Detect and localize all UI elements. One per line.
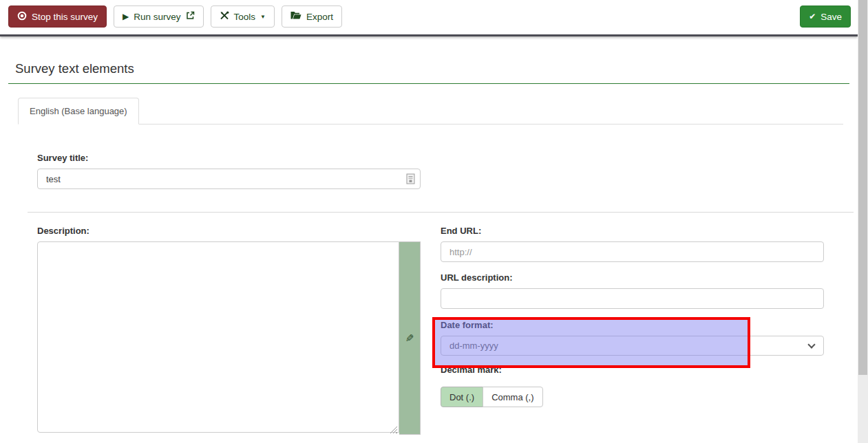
date-format-select[interactable]: dd-mm-yyyy [441, 336, 824, 356]
date-format-label: Date format: [441, 321, 824, 329]
input-autofill-icon [406, 173, 415, 187]
decimal-mark-toggle-group: Dot (.) Comma (,) [441, 387, 543, 407]
run-survey-label: Run survey [134, 12, 180, 22]
decimal-mark-label: Decimal mark: [441, 365, 824, 374]
end-url-input[interactable] [441, 241, 824, 262]
tools-label: Tools [234, 12, 256, 22]
save-button[interactable]: ✔ Save [800, 6, 851, 28]
stop-survey-label: Stop this survey [32, 12, 98, 22]
play-icon: ▶ [123, 12, 129, 21]
export-button[interactable]: Export [282, 6, 342, 28]
survey-text-elements-form: Survey title: [37, 125, 824, 435]
select-chevron-down-icon [807, 341, 815, 348]
description-label: Description: [37, 226, 421, 235]
section-divider [28, 212, 854, 213]
export-label: Export [306, 12, 333, 22]
pencil-icon: ✎ [405, 332, 414, 345]
page-title: Survey text elements [15, 61, 858, 76]
external-link-icon [186, 11, 195, 22]
limesurvey-window: Stop this survey ▶ Run survey [0, 0, 868, 443]
survey-title-label: Survey title: [37, 153, 421, 162]
top-toolbar: Stop this survey ▶ Run survey [0, 0, 858, 36]
stop-survey-button[interactable]: Stop this survey [8, 6, 107, 28]
date-format-selected-value: dd-mm-yyyy [449, 341, 498, 351]
run-survey-button[interactable]: ▶ Run survey [114, 6, 204, 28]
folder-icon [290, 11, 301, 22]
url-description-label: URL description: [441, 273, 824, 282]
date-format-group: Date format: dd-mm-yyyy [441, 321, 824, 356]
url-description-input[interactable] [441, 288, 824, 309]
survey-title-input[interactable] [37, 169, 421, 189]
vertical-scrollbar[interactable] [858, 0, 868, 443]
end-url-label: End URL: [441, 226, 824, 235]
tab-english-base-language[interactable]: English (Base language) [18, 98, 139, 125]
title-rule [8, 83, 849, 84]
tools-icon [220, 11, 229, 23]
html-editor-toggle-bar[interactable]: ✎ [399, 241, 421, 435]
language-tabs: English (Base language) [18, 98, 843, 125]
check-icon: ✔ [809, 12, 816, 21]
stop-icon [17, 11, 27, 23]
description-textarea[interactable] [37, 241, 399, 433]
decimal-mark-comma-button[interactable]: Comma (,) [483, 387, 542, 407]
scrollbar-thumb[interactable] [858, 0, 867, 375]
chevron-down-icon: ▼ [260, 14, 266, 20]
tools-dropdown-button[interactable]: Tools ▼ [211, 6, 275, 28]
page-content: Survey text elements English (Base langu… [0, 36, 858, 435]
decimal-mark-dot-button[interactable]: Dot (.) [441, 387, 483, 407]
save-label: Save [821, 12, 842, 22]
